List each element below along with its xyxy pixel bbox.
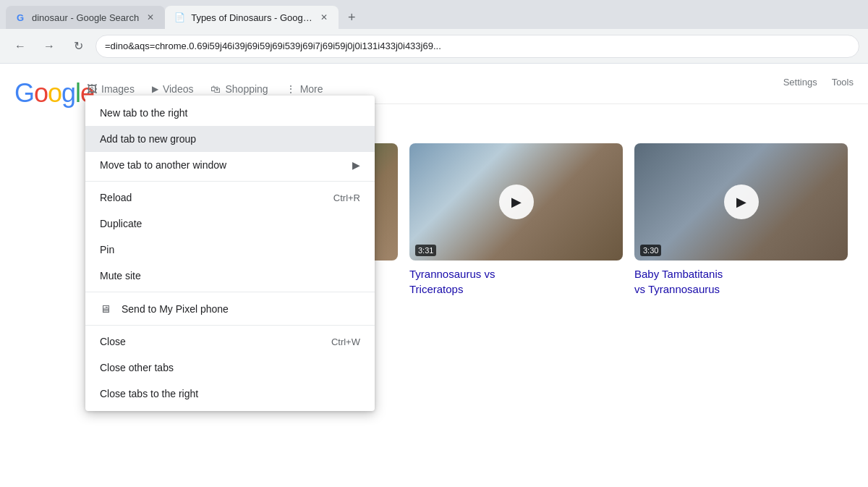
menu-label-move-tab-window: Move tab to another window bbox=[100, 159, 226, 171]
address-bar[interactable]: =dino&aqs=chrome.0.69i59j46i39j69i59j69i… bbox=[95, 35, 859, 58]
menu-divider-1 bbox=[85, 181, 375, 182]
video-card-3[interactable]: ▶ 3:30 Baby Tambatitanis vs Tyrannosauru… bbox=[634, 143, 848, 297]
video-thumb-2: ▶ 3:31 bbox=[409, 143, 623, 261]
images-label: Images bbox=[101, 83, 135, 95]
video-thumb-bg-2: ▶ bbox=[409, 143, 623, 261]
menu-divider-3 bbox=[85, 325, 375, 326]
google-logo: Google bbox=[14, 78, 94, 109]
menu-label-close-other-tabs: Close other tabs bbox=[100, 362, 174, 373]
video-thumb-3: ▶ 3:30 bbox=[634, 143, 848, 261]
tab-2-favicon: 📄 bbox=[174, 12, 185, 23]
video-title-3: Baby Tambatitanis vs Tyrannosaurus bbox=[634, 266, 848, 297]
video-title-2: Tyrannosaurus vs Triceratops bbox=[409, 266, 623, 297]
menu-label-send-to-pixel: Send to My Pixel phone bbox=[122, 303, 229, 315]
menu-label-add-tab-group: Add tab to new group bbox=[100, 133, 196, 145]
menu-item-add-tab-group[interactable]: Add tab to new group bbox=[85, 126, 375, 152]
menu-item-mute-site[interactable]: Mute site bbox=[85, 263, 375, 289]
settings-link[interactable]: Settings bbox=[783, 77, 817, 88]
images-icon: 🖼 bbox=[87, 83, 97, 95]
new-tab-button[interactable]: + bbox=[341, 7, 362, 27]
more-label: More bbox=[300, 83, 323, 95]
menu-item-close-tabs-right[interactable]: Close tabs to the right bbox=[85, 381, 375, 407]
play-button-3[interactable]: ▶ bbox=[724, 185, 759, 219]
logo-g2: g bbox=[61, 78, 75, 108]
submenu-arrow-icon: ▶ bbox=[352, 159, 360, 171]
play-button-2[interactable]: ▶ bbox=[499, 185, 534, 219]
shopping-icon: 🛍 bbox=[210, 83, 221, 95]
tools-link[interactable]: Tools bbox=[832, 77, 854, 88]
tab-2[interactable]: 📄 Types of Dinosaurs - Google Do... ✕ bbox=[165, 6, 339, 29]
menu-divider-2 bbox=[85, 292, 375, 292]
settings-tools: Settings Tools bbox=[783, 77, 854, 88]
menu-item-pin[interactable]: Pin bbox=[85, 237, 375, 263]
reload-button[interactable]: ↻ bbox=[67, 35, 90, 58]
forward-button[interactable]: → bbox=[38, 35, 61, 58]
tab-1-title: dinosaur - Google Search bbox=[32, 12, 139, 23]
menu-item-new-tab-right[interactable]: New tab to the right bbox=[85, 100, 375, 126]
logo-g: G bbox=[14, 78, 34, 108]
menu-item-send-to-pixel[interactable]: 🖥 Send to My Pixel phone bbox=[85, 295, 375, 322]
browser-toolbar: ← → ↻ =dino&aqs=chrome.0.69i59j46i39j69i… bbox=[0, 29, 868, 64]
menu-label-close-tabs-right: Close tabs to the right bbox=[100, 388, 198, 399]
videos-label: Videos bbox=[163, 83, 194, 95]
menu-item-move-tab-window[interactable]: Move tab to another window ▶ bbox=[85, 152, 375, 178]
more-icon: ⋮ bbox=[286, 83, 296, 95]
menu-label-new-tab-right: New tab to the right bbox=[100, 107, 187, 119]
context-menu: New tab to the right Add tab to new grou… bbox=[85, 96, 375, 411]
menu-label-duplicate: Duplicate bbox=[100, 218, 142, 229]
menu-item-close[interactable]: Close Ctrl+W bbox=[85, 329, 375, 355]
tab-1-favicon: G bbox=[14, 12, 26, 23]
menu-item-duplicate[interactable]: Duplicate bbox=[85, 211, 375, 237]
logo-o1: o bbox=[34, 78, 48, 108]
menu-label-pin: Pin bbox=[100, 244, 114, 255]
video-card-2[interactable]: ▶ 3:31 Tyrannosaurus vs Triceratops bbox=[409, 143, 623, 297]
logo-o2: o bbox=[48, 78, 61, 108]
page-content: Google 🖼 Images ▶ Videos 🛍 Shopping ⋮ Mo… bbox=[0, 64, 868, 487]
back-button[interactable]: ← bbox=[9, 35, 32, 58]
monitor-icon: 🖥 bbox=[100, 302, 113, 315]
menu-shortcut-close: Ctrl+W bbox=[331, 336, 360, 347]
menu-label-reload: Reload bbox=[100, 192, 132, 203]
videos-icon: ▶ bbox=[152, 84, 158, 94]
menu-shortcut-reload: Ctrl+R bbox=[333, 192, 360, 203]
tab-2-title: Types of Dinosaurs - Google Do... bbox=[191, 12, 312, 23]
address-text: =dino&aqs=chrome.0.69i59j46i39j69i59j69i… bbox=[105, 41, 441, 51]
video-duration-3: 3:30 bbox=[640, 245, 661, 256]
tab-2-close[interactable]: ✕ bbox=[318, 12, 330, 23]
video-duration-2: 3:31 bbox=[415, 245, 436, 256]
menu-label-close: Close bbox=[100, 336, 126, 347]
video-thumb-bg-3: ▶ bbox=[634, 143, 848, 261]
shopping-label: Shopping bbox=[225, 83, 268, 95]
tab-1-close[interactable]: ✕ bbox=[145, 12, 156, 23]
menu-item-reload[interactable]: Reload Ctrl+R bbox=[85, 185, 375, 211]
tab-1[interactable]: G dinosaur - Google Search ✕ bbox=[6, 6, 165, 29]
menu-label-mute-site: Mute site bbox=[100, 270, 141, 281]
browser-titlebar: G dinosaur - Google Search ✕ 📄 Types of … bbox=[0, 0, 868, 29]
menu-item-close-other-tabs[interactable]: Close other tabs bbox=[85, 355, 375, 381]
